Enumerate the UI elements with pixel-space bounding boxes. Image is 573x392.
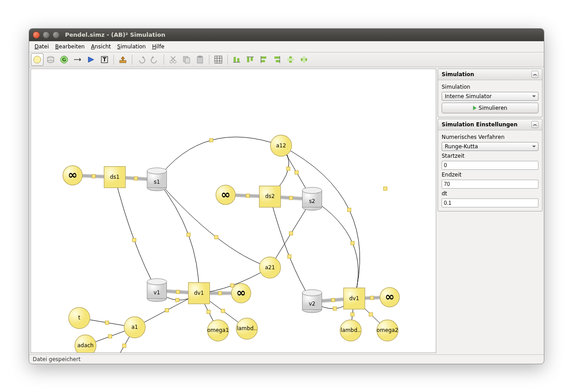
tool-align2-icon[interactable] bbox=[244, 53, 256, 66]
separator-icon bbox=[164, 55, 164, 65]
svg-rect-71 bbox=[134, 177, 138, 180]
svg-marker-7 bbox=[79, 58, 81, 61]
settings-title: Simulation Einstellungen bbox=[442, 121, 517, 128]
svg-text:t: t bbox=[78, 314, 80, 321]
settings-panel-header[interactable]: Simulation Einstellungen ︽ bbox=[438, 119, 542, 130]
menu-bar: Datei Bearbeiten Ansicht Simulation Hilf… bbox=[29, 41, 544, 52]
tool-cut-icon[interactable] bbox=[167, 53, 179, 66]
tool-global-icon[interactable]: G bbox=[58, 53, 70, 66]
maximize-icon[interactable] bbox=[52, 31, 60, 39]
app-window: Pendel.simz - (AB)² Simulation Datei Bea… bbox=[29, 28, 544, 364]
chevron-up-icon[interactable]: ︽ bbox=[531, 121, 538, 128]
svg-text:a12: a12 bbox=[276, 142, 286, 148]
settings-panel: Simulation Einstellungen ︽ Numerisches V… bbox=[438, 119, 543, 211]
svg-rect-93 bbox=[122, 344, 126, 347]
separator-icon bbox=[113, 55, 114, 65]
svg-text:a21: a21 bbox=[265, 264, 275, 270]
tool-undo-icon[interactable] bbox=[135, 53, 148, 66]
start-label: Startzeit bbox=[442, 153, 538, 159]
svg-rect-32 bbox=[251, 57, 253, 61]
svg-point-3 bbox=[48, 60, 54, 63]
svg-rect-97 bbox=[351, 312, 354, 316]
tool-flow-icon[interactable] bbox=[85, 53, 97, 66]
diagram-canvas[interactable]: ∞ds1s1a12∞ds2s2v1dv1∞a21v2dv1∞tadachomeg… bbox=[30, 69, 436, 353]
simulate-button-label: Simulieren bbox=[479, 105, 508, 111]
svg-rect-85 bbox=[230, 284, 234, 287]
titlebar: Pendel.simz - (AB)² Simulation bbox=[29, 29, 544, 41]
svg-rect-37 bbox=[274, 56, 280, 59]
svg-rect-95 bbox=[207, 310, 210, 314]
svg-rect-84 bbox=[289, 231, 293, 235]
svg-point-0 bbox=[34, 56, 41, 63]
svg-rect-77 bbox=[370, 296, 374, 299]
svg-text:ds1: ds1 bbox=[110, 173, 119, 180]
menu-simulation[interactable]: Simulation bbox=[114, 43, 148, 51]
tool-arrow-icon[interactable] bbox=[71, 53, 84, 66]
chevron-up-icon[interactable]: ︽ bbox=[531, 71, 538, 78]
svg-rect-94 bbox=[165, 308, 169, 312]
end-input[interactable] bbox=[442, 180, 538, 189]
tool-align4-icon[interactable] bbox=[271, 53, 283, 66]
tool-copy-icon[interactable] bbox=[180, 53, 193, 66]
simulation-label: Simulation bbox=[442, 84, 538, 90]
svg-marker-14 bbox=[152, 56, 154, 58]
tool-align3-icon[interactable] bbox=[257, 53, 270, 66]
svg-rect-23 bbox=[215, 56, 222, 63]
end-label: Endzeit bbox=[442, 172, 538, 178]
simulation-title: Simulation bbox=[442, 71, 474, 78]
svg-rect-28 bbox=[234, 57, 236, 62]
svg-rect-73 bbox=[289, 196, 293, 199]
close-icon[interactable] bbox=[33, 31, 40, 39]
menu-bearbeiten[interactable]: Bearbeiten bbox=[52, 43, 87, 51]
minimize-icon[interactable] bbox=[43, 31, 50, 39]
svg-point-118 bbox=[302, 289, 322, 296]
svg-text:v2: v2 bbox=[309, 300, 316, 306]
tool-paste-icon[interactable] bbox=[194, 53, 206, 66]
svg-rect-98 bbox=[369, 312, 373, 316]
tool-align5-icon[interactable] bbox=[284, 53, 297, 66]
tool-circle-icon[interactable] bbox=[31, 53, 43, 66]
tool-grid-icon[interactable] bbox=[212, 53, 225, 66]
play-icon bbox=[473, 106, 477, 110]
svg-text:omega1: omega1 bbox=[207, 327, 229, 333]
svg-rect-78 bbox=[209, 138, 213, 142]
svg-text:lambd..: lambd.. bbox=[341, 327, 361, 333]
tool-align6-icon[interactable] bbox=[298, 53, 310, 66]
menu-datei[interactable]: Datei bbox=[32, 43, 52, 51]
svg-rect-34 bbox=[261, 56, 266, 59]
menu-ansicht[interactable]: Ansicht bbox=[88, 43, 113, 51]
svg-rect-20 bbox=[185, 58, 190, 63]
svg-text:∞: ∞ bbox=[221, 187, 230, 201]
tool-align1-icon[interactable] bbox=[230, 53, 243, 66]
svg-rect-31 bbox=[247, 57, 249, 62]
separator-icon bbox=[209, 55, 209, 65]
svg-text:adach: adach bbox=[78, 342, 94, 348]
svg-rect-38 bbox=[276, 60, 280, 62]
method-label: Numerisches Verfahren bbox=[442, 134, 538, 140]
svg-rect-96 bbox=[221, 309, 225, 313]
simulate-button[interactable]: Simulieren bbox=[442, 103, 538, 113]
svg-rect-79 bbox=[286, 167, 290, 170]
simulation-panel-header[interactable]: Simulation ︽ bbox=[438, 69, 542, 80]
method-select[interactable]: Runge-Kutta bbox=[442, 142, 538, 151]
svg-rect-72 bbox=[246, 194, 250, 197]
tool-text-icon[interactable]: T bbox=[98, 53, 111, 66]
svg-rect-92 bbox=[109, 334, 112, 338]
window-title: Pendel.simz - (AB)² Simulation bbox=[65, 31, 165, 38]
svg-point-16 bbox=[174, 60, 176, 63]
separator-icon bbox=[132, 55, 132, 65]
dt-input[interactable] bbox=[442, 198, 538, 207]
start-input[interactable] bbox=[442, 161, 538, 170]
svg-rect-99 bbox=[383, 187, 387, 190]
menu-hilfe[interactable]: Hilfe bbox=[149, 43, 167, 51]
status-bar: Datei gespeichert bbox=[29, 354, 544, 364]
status-text: Datei gespeichert bbox=[33, 356, 81, 362]
window-controls bbox=[33, 31, 60, 39]
tool-save-icon[interactable] bbox=[117, 53, 129, 66]
tool-redo-icon[interactable] bbox=[148, 53, 161, 66]
svg-rect-88 bbox=[287, 254, 291, 258]
svg-marker-12 bbox=[121, 56, 125, 60]
svg-text:v1: v1 bbox=[154, 289, 161, 295]
simulator-select[interactable]: Interne Simulator bbox=[442, 92, 538, 101]
tool-cylinder-icon[interactable] bbox=[44, 53, 57, 66]
